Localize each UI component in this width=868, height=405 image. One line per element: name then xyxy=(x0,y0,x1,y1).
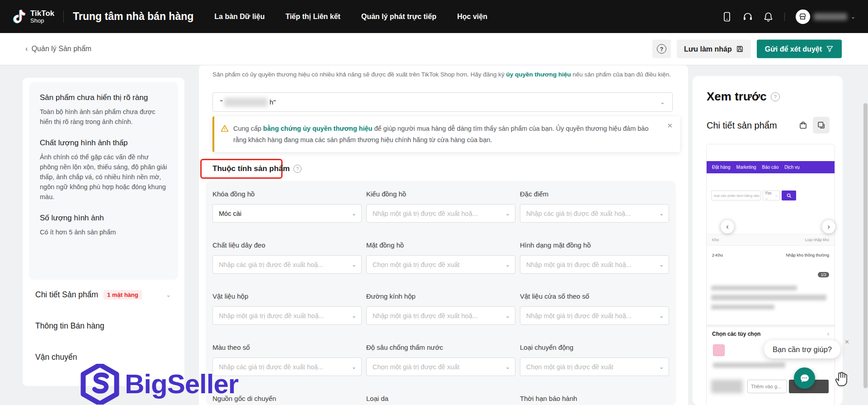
magnifier-icon xyxy=(787,193,792,198)
attribute-label: Kiểu đồng hồ xyxy=(366,190,515,198)
topbar-nav-item[interactable]: Học viện xyxy=(457,13,487,21)
funnel-icon xyxy=(826,45,834,53)
chat-button[interactable] xyxy=(794,367,815,389)
topbar: TikTok Shop Trung tâm nhà bán hàng La bà… xyxy=(0,0,868,33)
info-icon[interactable]: ? xyxy=(771,92,780,101)
help-close-icon[interactable]: ✕ xyxy=(844,338,849,345)
notifications-bell-icon[interactable] xyxy=(764,12,774,22)
topbar-nav-item[interactable]: La bàn Dữ liệu xyxy=(214,13,264,21)
attribute-label: Thời hạn bảo hành xyxy=(520,395,669,403)
sidebar-item-shipping[interactable]: Vận chuyển xyxy=(35,352,176,362)
attribute-field: Loại chuyển động Chọn một giá trị được đ… xyxy=(520,343,669,376)
attribute-field: Vật liệu cửa sổ theo số Nhập một giá trị… xyxy=(520,292,669,325)
mock-search-select: Tìm ...⌄ xyxy=(763,191,780,200)
brand-select-dropdown[interactable]: " h" ⌄ xyxy=(212,92,673,112)
attribute-field: Loại da Nhập một giá trị được đề xuất ho… xyxy=(366,395,515,405)
topbar-divider xyxy=(63,11,64,23)
attribute-dropdown[interactable]: Nhập một giá trị được đề xuất hoặ... ⌄ xyxy=(212,306,362,325)
topbar-nav-item[interactable]: Quản lý phát trực tiếp xyxy=(361,13,436,21)
nav-label: Thông tin Bán hàng xyxy=(35,321,104,331)
mock-column-headers: KhoLoại nhập kho xyxy=(707,234,835,246)
submit-label: Gửi để xét duyệt xyxy=(765,45,822,53)
issue-count-badge: 1 mặt hàng xyxy=(104,290,142,300)
attribute-dropdown[interactable]: Nhập một giá trị được đề xuất hoặ... ⌄ xyxy=(520,255,669,274)
attribute-label: Loại da xyxy=(366,395,515,403)
close-icon[interactable]: ✕ xyxy=(667,122,673,130)
mock-nav-item: Dịch vụ xyxy=(784,165,799,170)
warning-title: Sản phẩm chưa hiển thị rõ ràng xyxy=(40,93,167,102)
help-bubble[interactable]: Bạn cần trợ giúp? xyxy=(764,340,840,358)
preview-prev-button[interactable]: ‹ xyxy=(721,220,734,233)
attribute-dropdown[interactable]: Nhập các giá trị được đề xuất hoặ... ⌄ xyxy=(212,255,362,274)
chevron-down-icon[interactable]: ⌄ xyxy=(166,291,171,298)
help-button[interactable]: ? xyxy=(652,40,671,58)
chevron-down-icon: ⌄ xyxy=(505,364,510,370)
attribute-field: Chất liệu dây đeo Nhập các giá trị được … xyxy=(212,241,362,274)
account-menu[interactable]: ⌄ xyxy=(796,10,855,24)
preview-subtitle: Chi tiết sản phẩm xyxy=(707,120,777,131)
attribute-label: Vật liệu cửa sổ theo số xyxy=(520,292,669,300)
question-icon: ? xyxy=(657,44,666,54)
attribute-dropdown[interactable]: Nhập một giá trị được đề xuất hoặ... ⌄ xyxy=(366,204,515,223)
mock-search-button xyxy=(782,191,796,200)
chevron-right-icon: › xyxy=(827,331,829,337)
attribute-dropdown[interactable]: Chọn một giá trị được đề xuất ⌄ xyxy=(366,255,515,274)
attribute-dropdown[interactable]: Móc cài ⌄ xyxy=(212,204,362,223)
attribute-label: Hình dạng mặt đồng hồ xyxy=(520,241,669,249)
redacted-text-bar xyxy=(713,362,785,368)
sidebar-item-product-details[interactable]: Chi tiết Sản phẩm 1 mặt hàng ⌄ xyxy=(35,290,176,300)
app-title: Trung tâm nhà bán hàng xyxy=(73,10,193,23)
breadcrumb-label: Quản lý Sản phẩm xyxy=(32,45,92,53)
save-icon xyxy=(736,45,744,53)
preview-desktop-button[interactable] xyxy=(813,117,830,133)
attribute-dropdown[interactable]: Nhập một giá trị được đề xuất hoặ... ⌄ xyxy=(366,306,515,325)
mobile-app-icon[interactable] xyxy=(722,12,732,22)
back-chevron-icon: ‹ xyxy=(25,44,28,53)
product-page-mock: Đặt hàng Marketing Báo cáo Dịch vụ loạt … xyxy=(706,144,835,405)
save-draft-button[interactable]: Lưu làm nháp xyxy=(677,40,751,58)
redacted-text-bar xyxy=(711,295,826,300)
mock-navbar: Đặt hàng Marketing Báo cáo Dịch vụ xyxy=(707,161,835,173)
attribute-dropdown[interactable]: Chọn một giá trị được đề xuất ⌄ xyxy=(520,357,669,376)
chevron-down-icon: ⌄ xyxy=(505,313,510,319)
chevron-down-icon: ⌄ xyxy=(660,99,665,105)
mock-nav-item: Báo cáo xyxy=(762,165,779,170)
breadcrumb-back[interactable]: ‹ Quản lý Sản phẩm xyxy=(25,44,91,53)
attribute-label: Đường kính hộp xyxy=(366,292,515,300)
attribute-dropdown[interactable]: Chọn một giá trị được đề xuất ⌄ xyxy=(366,357,515,376)
tiktok-shop-logo[interactable]: TikTok Shop xyxy=(13,9,54,25)
attribute-label: Đặc điểm xyxy=(520,190,669,198)
support-headset-icon[interactable] xyxy=(743,12,753,22)
preview-mobile-button[interactable] xyxy=(795,117,811,133)
issues-sidebar: Sản phẩm chưa hiển thị rõ ràng Toàn bộ h… xyxy=(23,78,184,386)
quality-warnings-panel: Sản phẩm chưa hiển thị rõ ràng Toàn bộ h… xyxy=(29,82,178,280)
attribute-label: Khóa đồng hồ xyxy=(212,190,362,198)
brand-authorization-link[interactable]: ủy quyền thương hiệu xyxy=(506,71,571,78)
attribute-label: Loại chuyển động xyxy=(520,343,669,352)
tiktok-note-icon xyxy=(13,9,26,25)
chevron-down-icon: ⌄ xyxy=(352,262,356,268)
preview-next-button[interactable]: › xyxy=(822,220,835,233)
nav-label: Vận chuyển xyxy=(35,353,77,362)
preview-title: Xem trước ? xyxy=(707,90,780,104)
bigseller-wordmark: BigSeller xyxy=(125,371,238,398)
mock-nav-item: Đặt hàng xyxy=(712,165,731,170)
redacted-text-bar xyxy=(711,286,797,291)
sidebar-item-sales-info[interactable]: Thông tin Bán hàng xyxy=(35,321,176,331)
attribute-label: Màu theo số xyxy=(212,343,362,352)
brand-proof-link[interactable]: bằng chứng ủy quyền thương hiệu xyxy=(263,125,373,132)
submit-for-review-button[interactable]: Gửi để xét duyệt xyxy=(757,40,842,58)
page-scrollbar[interactable] xyxy=(863,103,868,388)
hand-cursor-icon xyxy=(833,368,850,389)
color-swatch-pink xyxy=(713,344,725,356)
product-edit-card: Sản phẩm có ủy quyền thương hiệu có nhiề… xyxy=(199,65,688,405)
brand-authorization-note: Sản phẩm có ủy quyền thương hiệu có nhiề… xyxy=(212,69,675,80)
attribute-dropdown[interactable]: Nhập các giá trị được đề xuất hoặ... ⌄ xyxy=(520,204,669,223)
chevron-down-icon: ⌄ xyxy=(352,313,356,319)
topbar-nav: La bàn Dữ liệu Tiếp thị Liên kết Quản lý… xyxy=(214,13,487,21)
topbar-nav-item[interactable]: Tiếp thị Liên kết xyxy=(285,13,340,21)
info-icon[interactable]: ? xyxy=(293,165,302,173)
attribute-dropdown[interactable]: Nhập một giá trị được đề xuất hoặ... ⌄ xyxy=(520,306,669,325)
attribute-field: Vật liệu hộp Nhập một giá trị được đề xu… xyxy=(212,292,362,325)
layers-icon xyxy=(817,121,826,129)
